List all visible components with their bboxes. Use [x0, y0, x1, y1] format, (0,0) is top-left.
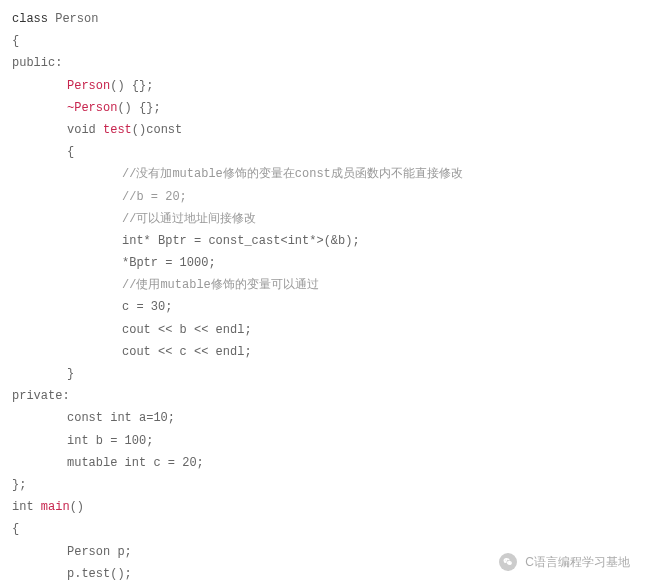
code-line: cout << b << endl; — [12, 319, 638, 341]
code-line: int main() — [12, 496, 638, 518]
code-line: ~Person() {}; — [12, 97, 638, 119]
footer-text: C语言编程学习基地 — [525, 551, 630, 573]
code-line: mutable int c = 20; — [12, 452, 638, 474]
destructor-name: Person — [74, 101, 117, 115]
code-line: Person() {}; — [12, 75, 638, 97]
code-line: public: — [12, 52, 638, 74]
footer-watermark: C语言编程学习基地 — [499, 551, 630, 573]
code-line: *Bptr = 1000; — [12, 252, 638, 274]
class-name: Person — [48, 12, 98, 26]
code-line: { — [12, 141, 638, 163]
code-line: { — [12, 30, 638, 52]
code-line: int* Bptr = const_cast<int*>(&b); — [12, 230, 638, 252]
code-line: void test()const — [12, 119, 638, 141]
wechat-icon — [499, 553, 517, 571]
code-line: const int a=10; — [12, 407, 638, 429]
code-line: c = 30; — [12, 296, 638, 318]
code-line-comment: //使用mutable修饰的变量可以通过 — [12, 274, 638, 296]
constructor-name: Person — [67, 79, 110, 93]
code-line-comment: //可以通过地址间接修改 — [12, 208, 638, 230]
code-line: } — [12, 363, 638, 385]
main-fn: main — [41, 500, 70, 514]
code-line-comment: //没有加mutable修饰的变量在const成员函数内不能直接修改 — [12, 163, 638, 185]
code-line: cout << c << endl; — [12, 341, 638, 363]
code-line: { — [12, 518, 638, 540]
code-line: class Person — [12, 8, 638, 30]
code-line: }; — [12, 474, 638, 496]
code-line: int b = 100; — [12, 430, 638, 452]
code-line-comment: //b = 20; — [12, 186, 638, 208]
keyword-class: class — [12, 12, 48, 26]
method-name: test — [103, 123, 132, 137]
code-line: private: — [12, 385, 638, 407]
